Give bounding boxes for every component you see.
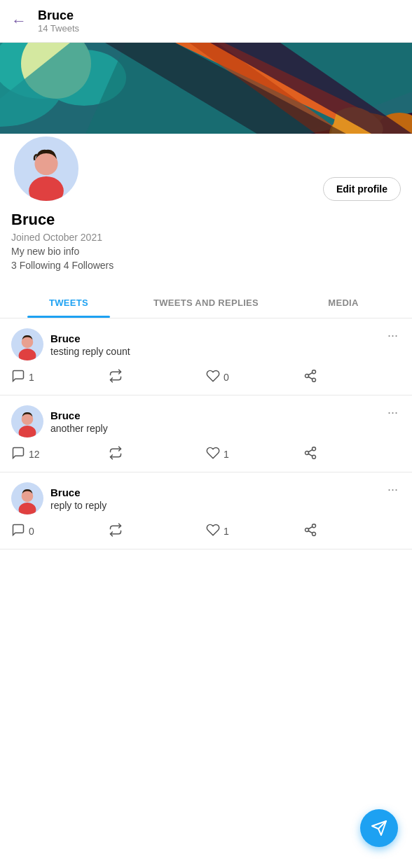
tweet-content: Bruce reply to reply: [50, 486, 107, 511]
tab-media[interactable]: MEDIA: [275, 288, 412, 318]
share-icon: [303, 369, 317, 385]
reply-count: 12: [29, 449, 40, 460]
tweet-text: testing reply count: [50, 346, 130, 357]
tweet-item: Bruce reply to reply ··· 0: [0, 472, 412, 550]
like-count: 1: [224, 526, 229, 537]
edit-profile-button[interactable]: Edit profile: [323, 177, 401, 201]
tweets-list: Bruce testing reply count ··· 1: [0, 318, 412, 550]
tweet-top: Bruce reply to reply ···: [11, 482, 401, 514]
tweet-avatar: [11, 405, 43, 438]
tweet-author: Bruce: [50, 332, 130, 344]
like-icon: [206, 523, 220, 539]
avatar: [11, 134, 81, 204]
retweet-action[interactable]: [109, 369, 206, 385]
tweet-actions: 12: [11, 446, 401, 462]
tab-tweets[interactable]: TWEETS: [0, 288, 137, 318]
retweet-action[interactable]: [109, 523, 206, 539]
svg-line-23: [308, 372, 313, 374]
tweet-top: Bruce testing reply count ···: [11, 328, 401, 360]
tweet-item: Bruce another reply ··· 12: [0, 396, 412, 472]
reply-icon: [11, 369, 25, 385]
tweet-more-button[interactable]: ···: [385, 405, 401, 420]
tweet-top: Bruce another reply ···: [11, 405, 401, 438]
profile-name: Bruce: [11, 211, 401, 229]
svg-rect-16: [29, 176, 64, 201]
tweet-actions: 1: [11, 369, 401, 385]
share-action[interactable]: [303, 446, 401, 462]
profile-joined: Joined October 2021: [11, 232, 401, 243]
reply-icon: [11, 523, 25, 539]
tweet-author: Bruce: [50, 486, 107, 498]
share-icon: [303, 446, 317, 462]
svg-point-33: [313, 524, 316, 528]
profile-bio: My new bio info: [11, 246, 401, 257]
tweet-item: Bruce testing reply count ··· 1: [0, 318, 412, 396]
header: ← Bruce 14 Tweets: [0, 0, 412, 43]
tweet-user-info: Bruce another reply: [11, 405, 108, 438]
like-action[interactable]: 0: [206, 369, 303, 385]
tab-tweets-and-replies[interactable]: TWEETS AND REPLIES: [137, 288, 275, 318]
profile-section: Edit profile Bruce Joined October 2021 M…: [0, 134, 412, 282]
svg-line-29: [308, 454, 313, 456]
retweet-icon: [109, 446, 123, 462]
compose-fab[interactable]: [360, 809, 398, 847]
profile-tabs: TWEETS TWEETS AND REPLIES MEDIA: [0, 288, 412, 318]
retweet-icon: [109, 369, 123, 385]
like-count: 1: [224, 449, 229, 460]
svg-line-36: [308, 531, 313, 533]
tweet-actions: 0: [11, 523, 401, 539]
tweet-more-button[interactable]: ···: [385, 482, 401, 497]
tweet-author: Bruce: [50, 410, 108, 421]
tweet-avatar: [11, 482, 43, 514]
tweet-content: Bruce testing reply count: [50, 332, 130, 357]
svg-rect-32: [19, 503, 36, 514]
svg-rect-18: [19, 349, 36, 360]
share-icon: [303, 523, 317, 539]
svg-line-30: [308, 449, 313, 451]
header-tweet-count: 14 Tweets: [38, 23, 79, 34]
header-name: Bruce: [38, 8, 79, 23]
like-action[interactable]: 1: [206, 446, 303, 462]
tweet-text: reply to reply: [50, 500, 107, 511]
svg-point-34: [305, 528, 309, 532]
share-action[interactable]: [303, 523, 401, 539]
svg-line-22: [308, 377, 313, 379]
svg-point-26: [313, 447, 316, 451]
svg-point-27: [305, 451, 309, 455]
retweet-action[interactable]: [109, 446, 206, 462]
like-icon: [206, 446, 220, 462]
tweet-user-info: Bruce reply to reply: [11, 482, 107, 514]
svg-point-20: [305, 374, 309, 378]
reply-action[interactable]: 1: [11, 369, 109, 385]
back-button[interactable]: ←: [11, 13, 27, 29]
tweet-text: another reply: [50, 423, 108, 434]
tweet-more-button[interactable]: ···: [385, 328, 401, 343]
svg-point-19: [313, 370, 316, 374]
reply-count: 0: [29, 526, 34, 537]
share-action[interactable]: [303, 369, 401, 385]
svg-line-37: [308, 526, 313, 528]
svg-point-28: [313, 455, 316, 458]
like-action[interactable]: 1: [206, 523, 303, 539]
header-text: Bruce 14 Tweets: [38, 8, 79, 34]
profile-stats: 3 Following 4 Followers: [11, 260, 401, 271]
reply-action[interactable]: 0: [11, 523, 109, 539]
reply-count: 1: [29, 372, 34, 383]
tweet-content: Bruce another reply: [50, 410, 108, 434]
reply-icon: [11, 446, 25, 462]
reply-action[interactable]: 12: [11, 446, 109, 462]
like-count: 0: [224, 372, 229, 383]
svg-rect-25: [19, 426, 36, 438]
retweet-icon: [109, 523, 123, 539]
tweet-avatar: [11, 328, 43, 360]
tweet-user-info: Bruce testing reply count: [11, 328, 130, 360]
svg-point-21: [313, 378, 316, 382]
svg-point-35: [313, 532, 316, 536]
like-icon: [206, 369, 220, 385]
avatar-row: Edit profile: [11, 134, 401, 204]
